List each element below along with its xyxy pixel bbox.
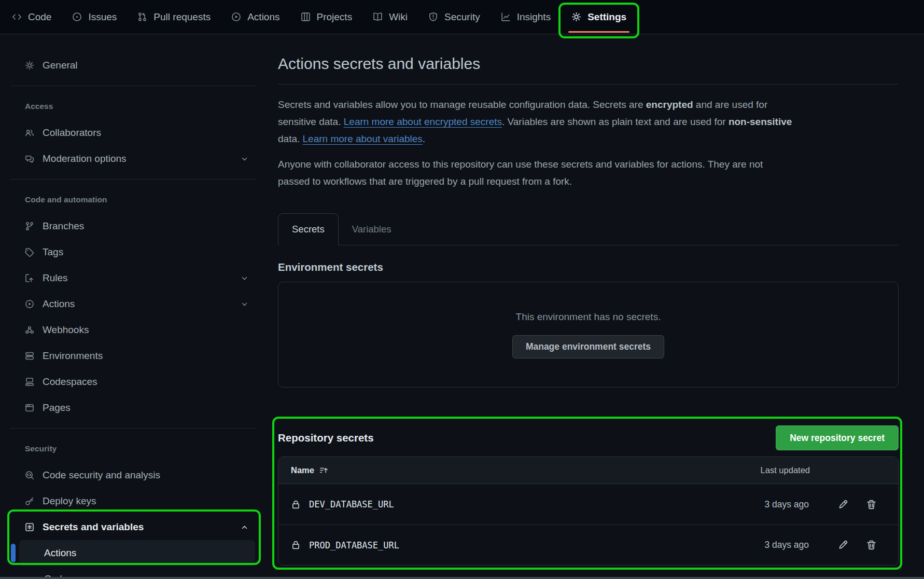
manage-environment-secrets-button[interactable]: Manage environment secrets (512, 335, 664, 359)
sidebar-item-label: Codespaces (43, 376, 97, 388)
sidebar-item-branches[interactable]: Branches (0, 213, 262, 239)
sidebar-item-code-security-and-analysis[interactable]: Code security and analysis (0, 462, 262, 488)
body-text: Secrets and variables allow you to manag… (278, 99, 646, 110)
sidebar-item-label: Code security and analysis (43, 470, 160, 481)
graph-icon (501, 12, 511, 22)
sidebar-item-general[interactable]: General (0, 52, 262, 78)
sidebar-item-label: Secrets and variables (43, 521, 144, 533)
environment-secrets-heading: Environment secrets (278, 261, 899, 273)
sort-ascending-icon[interactable] (319, 466, 328, 475)
sidebar-item-label: Pages (43, 402, 71, 413)
sidebar-item-environments[interactable]: Environments (0, 343, 262, 369)
lock-icon (291, 500, 301, 509)
main-content: Actions secrets and variables Secrets an… (278, 34, 899, 388)
webhook-icon (25, 325, 34, 335)
edit-secret-button[interactable] (837, 499, 848, 510)
environment-secrets-panel: This environment has no secrets. Manage … (278, 282, 899, 388)
codespaces-icon (25, 377, 34, 387)
page-title: Actions secrets and variables (278, 55, 899, 73)
sidebar-divider (10, 86, 256, 86)
sidebar-section-header-code-and-automation: Code and automation (0, 186, 262, 213)
nav-item-issues[interactable]: Issues (62, 0, 127, 34)
last-updated-value: 3 days ago (764, 540, 809, 550)
intro-text: Secrets and variables allow you to manag… (278, 96, 899, 190)
chevron-down-icon (240, 274, 249, 283)
nav-item-label: Actions (247, 11, 279, 23)
nav-item-pull-requests[interactable]: Pull requests (127, 0, 221, 34)
table-body: DEV_DATABASE_URL3 days agoPROD_DATABASE_… (278, 484, 898, 565)
emphasized-text: encrypted (646, 99, 693, 110)
nav-item-label: Pull requests (153, 11, 211, 23)
nav-item-label: Code (28, 11, 51, 23)
nav-item-insights[interactable]: Insights (491, 0, 561, 34)
sidebar-section-header-security: Security (0, 435, 262, 462)
nav-item-label: Wiki (389, 11, 408, 23)
sidebar-item-label: Webhooks (43, 324, 89, 336)
repository-secrets-section: Repository secrets New repository secret… (278, 425, 899, 566)
link-learn-more-about-variables[interactable]: Learn more about variables (303, 133, 423, 144)
edit-secret-button[interactable] (837, 540, 848, 550)
sidebar-subitem-actions[interactable]: Actions (19, 540, 255, 566)
sidebar-item-deploy-keys[interactable]: Deploy keys (0, 488, 262, 514)
link-learn-more-about-encrypted-secrets[interactable]: Learn more about encrypted secrets (344, 116, 502, 127)
sidebar-item-label: Actions (43, 298, 75, 310)
column-header-last-updated: Last updated (761, 465, 810, 475)
shield-icon (428, 12, 438, 22)
sidebar-section-header-access: Access (0, 93, 262, 120)
sidebar-item-collaborators[interactable]: Collaborators (0, 120, 262, 146)
last-updated-value: 3 days ago (764, 499, 809, 510)
empty-state-text: This environment has no secrets. (516, 311, 661, 323)
sidebar-item-webhooks[interactable]: Webhooks (0, 317, 262, 343)
nav-item-wiki[interactable]: Wiki (362, 0, 418, 34)
chevron-down-icon (240, 155, 249, 163)
git-branch-icon (25, 222, 34, 231)
sidebar-item-moderation-options[interactable]: Moderation options (0, 146, 262, 172)
nav-item-label: Settings (587, 11, 626, 23)
tab-variables[interactable]: Variables (339, 214, 405, 245)
body-text: and are used for (693, 99, 768, 110)
sidebar-item-label: Collaborators (43, 127, 101, 139)
sidebar-item-label: Rules (43, 272, 68, 284)
sidebar-item-secrets-and-variables[interactable]: Secrets and variables (0, 514, 262, 540)
body-text: . (423, 133, 425, 144)
new-repository-secret-button[interactable]: New repository secret (776, 425, 899, 450)
sidebar-item-label: Deploy keys (43, 495, 96, 507)
body-text: sensitive data. (278, 116, 344, 127)
body-text: . Variables are shown as plain text and … (502, 116, 729, 127)
codescan-icon (25, 471, 34, 480)
secrets-variables-tabs: Secrets Variables (278, 214, 899, 245)
sidebar-item-label: Moderation options (43, 153, 127, 164)
table-row: PROD_DATABASE_URL3 days ago (278, 525, 898, 565)
sidebar-divider (10, 179, 256, 180)
repository-secrets-heading: Repository secrets (278, 432, 374, 444)
sidebar-item-tags[interactable]: Tags (0, 239, 262, 265)
chevron-up-icon (240, 523, 249, 532)
sidebar-item-codespaces[interactable]: Codespaces (0, 369, 262, 395)
delete-secret-button[interactable] (866, 540, 877, 550)
table-row: DEV_DATABASE_URL3 days ago (278, 484, 898, 525)
nav-item-actions[interactable]: Actions (221, 0, 290, 34)
rules-icon (25, 273, 34, 283)
intro-paragraph: Secrets and variables allow you to manag… (278, 96, 899, 147)
sidebar-divider (10, 428, 256, 429)
gear-icon (25, 61, 34, 70)
tab-secrets[interactable]: Secrets (278, 213, 339, 245)
nav-item-code[interactable]: Code (2, 0, 62, 34)
nav-item-label: Projects (317, 11, 353, 23)
chevron-down-icon (240, 300, 249, 309)
emphasized-text: non-sensitive (729, 116, 792, 127)
comment-discussion-icon (25, 154, 34, 163)
sidebar-item-actions[interactable]: Actions (0, 291, 262, 317)
nav-item-security[interactable]: Security (418, 0, 491, 34)
sidebar-item-pages[interactable]: Pages (0, 395, 262, 421)
issue-icon (72, 12, 82, 22)
book-icon (373, 12, 383, 22)
play-icon (25, 299, 34, 309)
sidebar-item-rules[interactable]: Rules (0, 265, 262, 291)
table-header-row: Name Last updated (278, 457, 898, 484)
delete-secret-button[interactable] (866, 499, 877, 510)
nav-item-projects[interactable]: Projects (290, 0, 363, 34)
repository-secrets-header: Repository secrets New repository secret (278, 425, 899, 450)
secrets-table: Name Last updated DEV_DATABASE_URL3 days… (278, 457, 899, 566)
nav-item-settings[interactable]: Settings (561, 0, 637, 34)
